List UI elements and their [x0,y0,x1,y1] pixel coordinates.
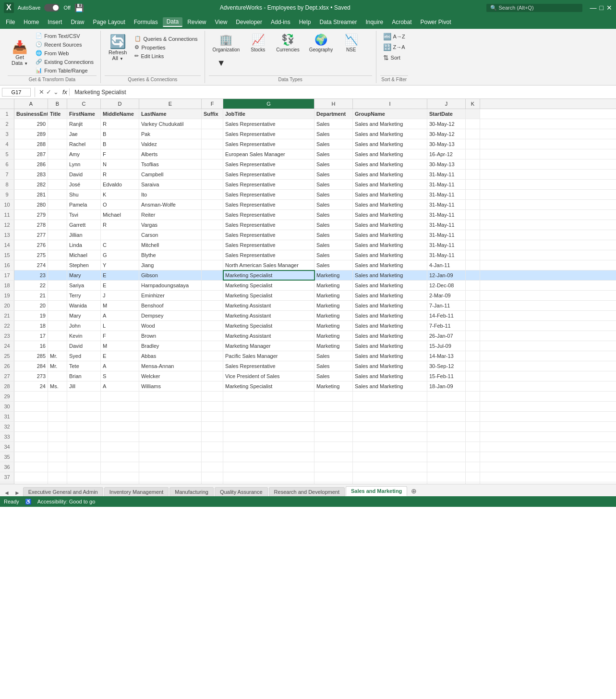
cell-k27[interactable] [466,371,480,381]
cell-j28[interactable]: 18-Jan-09 [427,381,466,391]
cell-f19[interactable] [202,291,223,300]
cell-j12[interactable]: 31-May-11 [427,220,466,230]
cell-d19[interactable]: J [101,291,139,300]
cell-k38[interactable] [466,482,480,484]
cell-d29[interactable] [101,392,139,401]
cell-h21[interactable]: Marketing [314,311,353,320]
menu-formulas[interactable]: Formulas [130,18,162,26]
cell-e12[interactable]: Vargas [139,220,202,230]
cell-j32[interactable] [427,422,466,431]
cell-h18[interactable]: Marketing [314,281,353,290]
table-row[interactable]: 2416DavidMBradleyMarketing ManagerMarket… [0,341,616,351]
cell-c27[interactable]: Brian [67,371,101,381]
cell-a13[interactable]: 277 [14,230,48,240]
cell-j2[interactable]: 30-May-12 [427,119,466,129]
existing-connections-button[interactable]: 🔗 Existing Connections [33,58,97,66]
menu-insert[interactable]: Insert [44,18,66,26]
cell-c29[interactable] [67,392,101,401]
cell-i14[interactable]: Sales and Marketing [353,240,427,250]
cell-k37[interactable] [466,472,480,482]
cell-d8[interactable]: Edvaldo [101,180,139,189]
cell-i20[interactable]: Sales and Marketing [353,301,427,310]
cell-i11[interactable]: Sales and Marketing [353,210,427,220]
cell-h38[interactable] [314,482,353,484]
cell-k19[interactable] [466,291,480,300]
col-header-c[interactable]: C [67,99,101,109]
cell-a23[interactable]: 17 [14,331,48,341]
cell-j30[interactable] [427,402,466,411]
cell-a7[interactable]: 283 [14,170,48,179]
cell-b10[interactable] [48,200,67,209]
cell-c31[interactable] [67,412,101,421]
cell-c25[interactable]: Syed [67,351,101,361]
cell-k10[interactable] [466,200,480,209]
cell-a17[interactable]: 23 [14,270,48,280]
cell-i15[interactable]: Sales and Marketing [353,250,427,260]
formula-value[interactable]: Marketing Specialist [72,89,614,96]
cell-d25[interactable]: E [101,351,139,361]
cell-d33[interactable] [101,432,139,441]
cell-k14[interactable] [466,240,480,250]
cell-j22[interactable]: 7-Feb-11 [427,321,466,331]
from-table-range-button[interactable]: 📊 From Table/Range [33,66,97,74]
cell-j38[interactable] [427,482,466,484]
cell-a2[interactable]: 290 [14,119,48,129]
cell-b26[interactable]: Mr. [48,361,67,371]
cell-h19[interactable]: Marketing [314,291,353,300]
cell-c3[interactable]: Jae [67,129,101,139]
cell-c23[interactable]: Kevin [67,331,101,341]
cell-i27[interactable]: Sales and Marketing [353,371,427,381]
col-header-h[interactable]: H [314,99,353,109]
sheet-tab-qa[interactable]: Quality Assurance [215,487,268,496]
cell-i17[interactable]: Sales and Marketing [353,270,427,280]
table-row[interactable]: 38 [0,482,616,484]
cell-j36[interactable] [427,462,466,472]
cell-k5[interactable] [466,149,480,159]
cell-d14[interactable]: C [101,240,139,250]
cell-h27[interactable]: Sales [314,371,353,381]
table-row[interactable]: 27273BrianSWelckerVice President of Sale… [0,371,616,381]
cell-h9[interactable]: Sales [314,190,353,199]
cell-k8[interactable] [466,180,480,189]
table-row[interactable]: 5287AmyFAlbertsEuropean Sales ManagerSal… [0,149,616,159]
cell-j15[interactable]: 31-May-11 [427,250,466,260]
table-row[interactable]: 37 [0,472,616,482]
cell-f27[interactable] [202,371,223,381]
cell-b7[interactable] [48,170,67,179]
cell-i6[interactable]: Sales and Marketing [353,159,427,169]
cell-a8[interactable]: 282 [14,180,48,189]
cell-b8[interactable] [48,180,67,189]
cell-d3[interactable]: B [101,129,139,139]
cell-g16[interactable]: North American Sales Manager [223,260,314,270]
cell-g3[interactable]: Sales Representative [223,129,314,139]
cell-h28[interactable]: Marketing [314,381,353,391]
cell-k1[interactable] [466,109,480,119]
table-row[interactable]: 36 [0,462,616,472]
cell-a1[interactable]: BusinessEntityID [14,109,48,119]
cell-f15[interactable] [202,250,223,260]
cell-a37[interactable] [14,472,48,482]
cell-i30[interactable] [353,402,427,411]
cell-b15[interactable] [48,250,67,260]
from-text-csv-button[interactable]: 📄 From Text/CSV [33,32,97,40]
cell-f2[interactable] [202,119,223,129]
cell-d31[interactable] [101,412,139,421]
cell-c14[interactable]: Linda [67,240,101,250]
cell-g23[interactable]: Marketing Assistant [223,331,314,341]
edit-links-button[interactable]: ✏ Edit Links [132,52,200,60]
cell-j20[interactable]: 7-Jan-11 [427,301,466,310]
cell-a27[interactable]: 273 [14,371,48,381]
cell-i4[interactable]: Sales and Marketing [353,139,427,149]
cell-f8[interactable] [202,180,223,189]
cell-c9[interactable]: Shu [67,190,101,199]
table-row[interactable]: 1921TerryJEminhizerMarketing SpecialistM… [0,291,616,301]
cell-e29[interactable] [139,392,202,401]
cell-b20[interactable] [48,301,67,310]
queries-connections-button[interactable]: 📋 Queries & Connections [132,35,200,43]
table-row[interactable]: 26284Mr.TeteAMensa-AnnanSales Representa… [0,361,616,371]
cell-a21[interactable]: 19 [14,311,48,320]
cell-e8[interactable]: Saraiva [139,180,202,189]
cell-c20[interactable]: Wanida [67,301,101,310]
sheet-tab-inv[interactable]: Inventory Management [104,487,169,496]
cell-f6[interactable] [202,159,223,169]
